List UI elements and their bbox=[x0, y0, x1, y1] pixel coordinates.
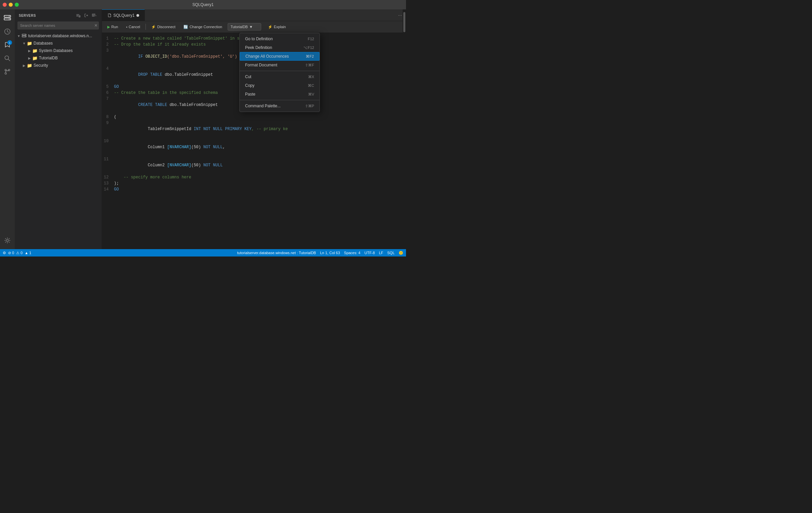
close-button[interactable] bbox=[3, 3, 7, 7]
tree-tutorialdb-node[interactable]: ▶ 📁 TutorialDB bbox=[15, 54, 102, 62]
ctx-paste[interactable]: Paste ⌘V bbox=[240, 90, 319, 98]
status-connection[interactable]: tutorialserver.database.windows.net : Tu… bbox=[237, 251, 316, 255]
context-menu: Go to Definition F12 Peek Definition ⌥F1… bbox=[239, 33, 320, 112]
svg-point-3 bbox=[9, 19, 9, 20]
database-name: TutorialDB bbox=[231, 25, 248, 29]
status-spaces[interactable]: Spaces: 4 bbox=[344, 251, 360, 255]
more-options-button[interactable]: ··· bbox=[397, 12, 403, 19]
ctx-change-all-occurrences[interactable]: Change All Occurrences ⌘F2 bbox=[240, 52, 319, 61]
cancel-button[interactable]: ▪ Cancel bbox=[123, 23, 143, 30]
line-number: 9 bbox=[102, 120, 114, 126]
chevron-down-icon: ▼ bbox=[22, 40, 27, 46]
ctx-item-shortcut: ⌘C bbox=[308, 84, 314, 88]
status-encoding[interactable]: UTF-8 bbox=[365, 251, 375, 255]
sidebar-item-servers[interactable] bbox=[1, 12, 13, 24]
add-connection-button[interactable] bbox=[91, 12, 97, 19]
status-right: tutorialserver.database.windows.net : Tu… bbox=[237, 251, 403, 255]
ctx-format-document[interactable]: Format Document ⇧⌘F bbox=[240, 61, 319, 69]
line-number: 3 bbox=[102, 48, 114, 54]
status-language[interactable]: SQL bbox=[387, 251, 395, 255]
sidebar-item-history[interactable] bbox=[1, 26, 13, 37]
code-line-9: 9 TableFromSnippetId INT NOT NULL PRIMAR… bbox=[102, 120, 406, 138]
server-name: tutorialserver.database.windows.n... bbox=[28, 33, 102, 38]
tree-server-node[interactable]: ▼ tutorialserver.database.windows.n... bbox=[15, 32, 102, 39]
vertical-scrollbar[interactable] bbox=[403, 9, 406, 249]
tab-sqlquery1[interactable]: SQLQuery1 bbox=[102, 9, 145, 21]
ctx-item-label: Command Palette... bbox=[245, 104, 281, 108]
editor-area: SQLQuery1 ··· ▶ Run ▪ Cancel ⚡ Disco bbox=[102, 9, 406, 249]
line-content: Column2 [NVARCHAR](50) NOT NULL bbox=[114, 156, 406, 174]
change-connection-label: Change Connection bbox=[190, 25, 222, 29]
minimize-button[interactable] bbox=[9, 3, 13, 7]
tab-modified-indicator bbox=[137, 14, 139, 17]
tree-system-databases-node[interactable]: ▶ 📁 System Databases bbox=[15, 47, 102, 54]
status-line-ending[interactable]: LF bbox=[379, 251, 383, 255]
ctx-item-shortcut: ⌘V bbox=[308, 92, 314, 96]
status-position[interactable]: Ln 1, Col 63 bbox=[320, 251, 340, 255]
svg-point-25 bbox=[25, 34, 26, 35]
svg-rect-23 bbox=[22, 34, 26, 35]
status-warnings: ⚠ 0 bbox=[16, 251, 23, 255]
ctx-goto-definition[interactable]: Go to Definition F12 bbox=[240, 34, 319, 43]
status-settings-icon[interactable]: ⚙ bbox=[3, 251, 6, 255]
ctx-item-label: Go to Definition bbox=[245, 36, 273, 41]
code-line-11: 11 Column2 [NVARCHAR](50) NOT NULL bbox=[102, 156, 406, 174]
ctx-item-label: Copy bbox=[245, 83, 255, 88]
scroll-thumb[interactable] bbox=[403, 12, 405, 32]
run-button[interactable]: ▶ Run bbox=[105, 23, 121, 30]
run-icon: ▶ bbox=[107, 25, 110, 29]
sql-file-icon bbox=[107, 13, 111, 18]
status-bar: ⚙ ⊘ 0 ⚠ 0 ▲ 1 tutorialserver.database.wi… bbox=[0, 249, 406, 256]
server-icon bbox=[22, 33, 27, 38]
ctx-separator-2 bbox=[240, 100, 319, 100]
explain-button[interactable]: ⚡ Explain bbox=[265, 23, 289, 30]
sidebar-item-settings[interactable] bbox=[1, 234, 13, 247]
sidebar-title: SERVERS bbox=[19, 14, 36, 18]
new-query-button[interactable] bbox=[75, 12, 82, 19]
ctx-cut[interactable]: Cut ⌘X bbox=[240, 73, 319, 81]
status-left: ⚙ ⊘ 0 ⚠ 0 ▲ 1 bbox=[3, 251, 31, 255]
line-number: 4 bbox=[102, 66, 114, 72]
line-number: 12 bbox=[102, 174, 114, 180]
disconnect-toolbar-button[interactable]: ⚡ Disconnect bbox=[148, 23, 178, 30]
sidebar-header-actions bbox=[75, 12, 97, 19]
disconnect-button[interactable] bbox=[83, 12, 89, 19]
ctx-peek-definition[interactable]: Peek Definition ⌥F12 bbox=[240, 43, 319, 52]
database-selector[interactable]: TutorialDB ▼ bbox=[228, 23, 261, 30]
search-clear-icon[interactable]: ✕ bbox=[94, 23, 97, 28]
status-emoji: 🙂 bbox=[399, 251, 403, 255]
code-line-12: 12 -- specify more columns here bbox=[102, 174, 406, 180]
ctx-item-shortcut: ⌘X bbox=[308, 75, 314, 79]
server-tree: ▼ tutorialserver.database.windows.n... ▼… bbox=[15, 32, 102, 249]
run-label: Run bbox=[111, 25, 118, 29]
chevron-right-icon: ▶ bbox=[27, 55, 32, 61]
line-number: 6 bbox=[102, 90, 114, 96]
search-input[interactable] bbox=[18, 22, 99, 29]
ctx-copy[interactable]: Copy ⌘C bbox=[240, 81, 319, 90]
cancel-icon: ▪ bbox=[126, 25, 127, 29]
disconnect-icon: ⚡ bbox=[151, 25, 156, 29]
change-connection-button[interactable]: 🔄 Change Connection bbox=[181, 23, 225, 30]
tree-security-node[interactable]: ▶ 📁 Security bbox=[15, 62, 102, 69]
sidebar-item-git[interactable] bbox=[1, 66, 13, 78]
line-number: 1 bbox=[102, 35, 114, 41]
disconnect-label: Disconnect bbox=[157, 25, 175, 29]
tree-databases-node[interactable]: ▼ 📁 Databases bbox=[15, 39, 102, 47]
sidebar-item-search[interactable] bbox=[1, 52, 13, 64]
svg-point-11 bbox=[6, 239, 8, 241]
line-number: 11 bbox=[102, 156, 114, 162]
svg-rect-20 bbox=[92, 16, 94, 17]
security-label: Security bbox=[33, 63, 102, 68]
chevron-down-icon: ▼ bbox=[249, 25, 253, 29]
line-number: 10 bbox=[102, 138, 114, 144]
ctx-command-palette[interactable]: Command Palette... ⇧⌘P bbox=[240, 102, 319, 110]
line-number: 8 bbox=[102, 114, 114, 120]
sidebar-item-bookmarks[interactable]: 1 bbox=[1, 39, 13, 51]
ctx-separator bbox=[240, 71, 319, 71]
line-number: 13 bbox=[102, 180, 114, 187]
tutorialdb-label: TutorialDB bbox=[39, 56, 102, 60]
bookmark-badge: 1 bbox=[7, 40, 12, 45]
maximize-button[interactable] bbox=[15, 3, 19, 7]
explain-label: Explain bbox=[274, 25, 286, 29]
status-errors: ⊘ 0 bbox=[8, 251, 14, 255]
